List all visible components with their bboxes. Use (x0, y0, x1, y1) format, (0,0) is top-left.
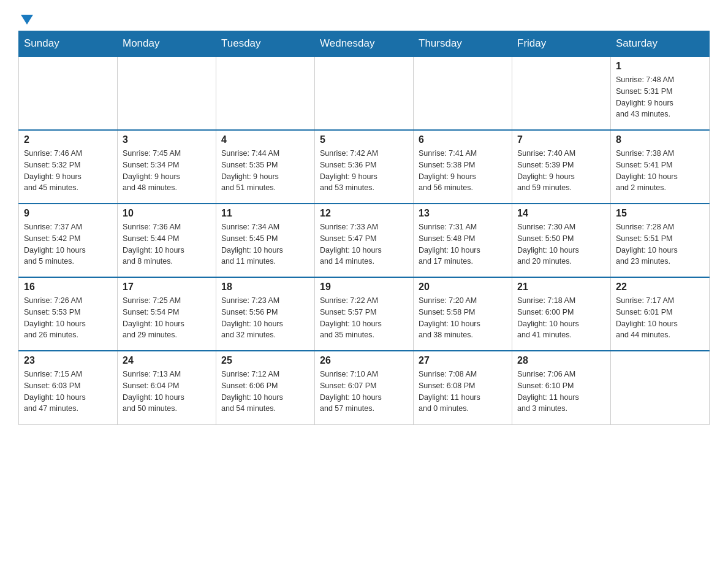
day-number: 13 (419, 208, 507, 219)
day-info: Sunrise: 7:31 AMSunset: 5:48 PMDaylight:… (419, 221, 507, 267)
day-number: 22 (616, 282, 704, 293)
day-number: 17 (123, 282, 211, 293)
calendar-day-cell: 17Sunrise: 7:25 AMSunset: 5:54 PMDayligh… (118, 277, 216, 351)
day-number: 10 (123, 208, 211, 219)
calendar-day-cell: 20Sunrise: 7:20 AMSunset: 5:58 PMDayligh… (414, 277, 512, 351)
calendar-day-cell: 13Sunrise: 7:31 AMSunset: 5:48 PMDayligh… (414, 204, 512, 277)
calendar-day-cell: 18Sunrise: 7:23 AMSunset: 5:56 PMDayligh… (216, 277, 315, 351)
day-of-week-header: Friday (512, 31, 611, 57)
calendar-day-cell (118, 56, 216, 130)
day-number: 23 (24, 355, 112, 366)
day-number: 1 (616, 61, 704, 72)
day-info: Sunrise: 7:34 AMSunset: 5:45 PMDaylight:… (221, 221, 309, 267)
day-info: Sunrise: 7:37 AMSunset: 5:42 PMDaylight:… (24, 221, 112, 267)
day-info: Sunrise: 7:15 AMSunset: 6:03 PMDaylight:… (24, 369, 112, 415)
day-number: 6 (419, 134, 507, 145)
calendar-day-cell: 14Sunrise: 7:30 AMSunset: 5:50 PMDayligh… (512, 204, 611, 277)
day-number: 5 (320, 134, 408, 145)
day-of-week-header: Saturday (611, 31, 710, 57)
day-info: Sunrise: 7:38 AMSunset: 5:41 PMDaylight:… (616, 148, 704, 194)
day-number: 27 (419, 355, 507, 366)
day-info: Sunrise: 7:18 AMSunset: 6:00 PMDaylight:… (517, 295, 605, 341)
logo (18, 12, 33, 25)
day-number: 21 (517, 282, 605, 293)
calendar-day-cell: 5Sunrise: 7:42 AMSunset: 5:36 PMDaylight… (315, 130, 414, 204)
day-number: 9 (24, 208, 112, 219)
day-number: 11 (221, 208, 309, 219)
day-info: Sunrise: 7:20 AMSunset: 5:58 PMDaylight:… (419, 295, 507, 341)
day-info: Sunrise: 7:46 AMSunset: 5:32 PMDaylight:… (24, 148, 112, 194)
logo-triangle-icon (21, 15, 33, 25)
calendar-day-cell: 19Sunrise: 7:22 AMSunset: 5:57 PMDayligh… (315, 277, 414, 351)
calendar-table: SundayMondayTuesdayWednesdayThursdayFrid… (18, 31, 710, 425)
calendar-day-cell: 11Sunrise: 7:34 AMSunset: 5:45 PMDayligh… (216, 204, 315, 277)
calendar-day-cell: 25Sunrise: 7:12 AMSunset: 6:06 PMDayligh… (216, 351, 315, 424)
calendar-day-cell: 4Sunrise: 7:44 AMSunset: 5:35 PMDaylight… (216, 130, 315, 204)
day-number: 24 (123, 355, 211, 366)
day-info: Sunrise: 7:13 AMSunset: 6:04 PMDaylight:… (123, 369, 211, 415)
day-number: 2 (24, 134, 112, 145)
day-of-week-header: Thursday (414, 31, 512, 57)
calendar-header-row: SundayMondayTuesdayWednesdayThursdayFrid… (19, 31, 710, 57)
day-info: Sunrise: 7:08 AMSunset: 6:08 PMDaylight:… (419, 369, 507, 415)
day-of-week-header: Wednesday (315, 31, 414, 57)
day-info: Sunrise: 7:48 AMSunset: 5:31 PMDaylight:… (616, 74, 704, 120)
day-number: 15 (616, 208, 704, 219)
day-info: Sunrise: 7:45 AMSunset: 5:34 PMDaylight:… (123, 148, 211, 194)
day-number: 20 (419, 282, 507, 293)
day-of-week-header: Monday (118, 31, 216, 57)
day-number: 19 (320, 282, 408, 293)
day-number: 28 (517, 355, 605, 366)
day-of-week-header: Tuesday (216, 31, 315, 57)
day-of-week-header: Sunday (19, 31, 118, 57)
day-info: Sunrise: 7:36 AMSunset: 5:44 PMDaylight:… (123, 221, 211, 267)
calendar-day-cell (216, 56, 315, 130)
logo-blue-text (18, 12, 33, 25)
day-number: 25 (221, 355, 309, 366)
day-info: Sunrise: 7:44 AMSunset: 5:35 PMDaylight:… (221, 148, 309, 194)
calendar-day-cell: 1Sunrise: 7:48 AMSunset: 5:31 PMDaylight… (611, 56, 710, 130)
calendar-week-row: 9Sunrise: 7:37 AMSunset: 5:42 PMDaylight… (19, 204, 710, 277)
day-number: 12 (320, 208, 408, 219)
day-info: Sunrise: 7:28 AMSunset: 5:51 PMDaylight:… (616, 221, 704, 267)
calendar-day-cell: 16Sunrise: 7:26 AMSunset: 5:53 PMDayligh… (19, 277, 118, 351)
calendar-day-cell: 23Sunrise: 7:15 AMSunset: 6:03 PMDayligh… (19, 351, 118, 424)
day-info: Sunrise: 7:23 AMSunset: 5:56 PMDaylight:… (221, 295, 309, 341)
day-info: Sunrise: 7:41 AMSunset: 5:38 PMDaylight:… (419, 148, 507, 194)
day-number: 7 (517, 134, 605, 145)
calendar-day-cell: 27Sunrise: 7:08 AMSunset: 6:08 PMDayligh… (414, 351, 512, 424)
day-number: 14 (517, 208, 605, 219)
calendar-week-row: 1Sunrise: 7:48 AMSunset: 5:31 PMDaylight… (19, 56, 710, 130)
day-info: Sunrise: 7:30 AMSunset: 5:50 PMDaylight:… (517, 221, 605, 267)
day-info: Sunrise: 7:33 AMSunset: 5:47 PMDaylight:… (320, 221, 408, 267)
day-number: 26 (320, 355, 408, 366)
day-info: Sunrise: 7:42 AMSunset: 5:36 PMDaylight:… (320, 148, 408, 194)
day-info: Sunrise: 7:22 AMSunset: 5:57 PMDaylight:… (320, 295, 408, 341)
day-info: Sunrise: 7:40 AMSunset: 5:39 PMDaylight:… (517, 148, 605, 194)
day-number: 4 (221, 134, 309, 145)
day-info: Sunrise: 7:25 AMSunset: 5:54 PMDaylight:… (123, 295, 211, 341)
calendar-day-cell: 6Sunrise: 7:41 AMSunset: 5:38 PMDaylight… (414, 130, 512, 204)
page-header (18, 12, 710, 25)
day-info: Sunrise: 7:10 AMSunset: 6:07 PMDaylight:… (320, 369, 408, 415)
day-number: 16 (24, 282, 112, 293)
day-info: Sunrise: 7:26 AMSunset: 5:53 PMDaylight:… (24, 295, 112, 341)
day-number: 3 (123, 134, 211, 145)
calendar-week-row: 2Sunrise: 7:46 AMSunset: 5:32 PMDaylight… (19, 130, 710, 204)
calendar-day-cell: 26Sunrise: 7:10 AMSunset: 6:07 PMDayligh… (315, 351, 414, 424)
calendar-day-cell (315, 56, 414, 130)
calendar-day-cell: 28Sunrise: 7:06 AMSunset: 6:10 PMDayligh… (512, 351, 611, 424)
calendar-day-cell: 22Sunrise: 7:17 AMSunset: 6:01 PMDayligh… (611, 277, 710, 351)
calendar-day-cell: 10Sunrise: 7:36 AMSunset: 5:44 PMDayligh… (118, 204, 216, 277)
calendar-day-cell: 24Sunrise: 7:13 AMSunset: 6:04 PMDayligh… (118, 351, 216, 424)
calendar-day-cell (414, 56, 512, 130)
calendar-day-cell: 8Sunrise: 7:38 AMSunset: 5:41 PMDaylight… (611, 130, 710, 204)
calendar-day-cell (611, 351, 710, 424)
calendar-day-cell: 2Sunrise: 7:46 AMSunset: 5:32 PMDaylight… (19, 130, 118, 204)
calendar-week-row: 16Sunrise: 7:26 AMSunset: 5:53 PMDayligh… (19, 277, 710, 351)
day-number: 8 (616, 134, 704, 145)
calendar-day-cell: 12Sunrise: 7:33 AMSunset: 5:47 PMDayligh… (315, 204, 414, 277)
calendar-day-cell: 15Sunrise: 7:28 AMSunset: 5:51 PMDayligh… (611, 204, 710, 277)
calendar-day-cell (19, 56, 118, 130)
calendar-day-cell: 7Sunrise: 7:40 AMSunset: 5:39 PMDaylight… (512, 130, 611, 204)
